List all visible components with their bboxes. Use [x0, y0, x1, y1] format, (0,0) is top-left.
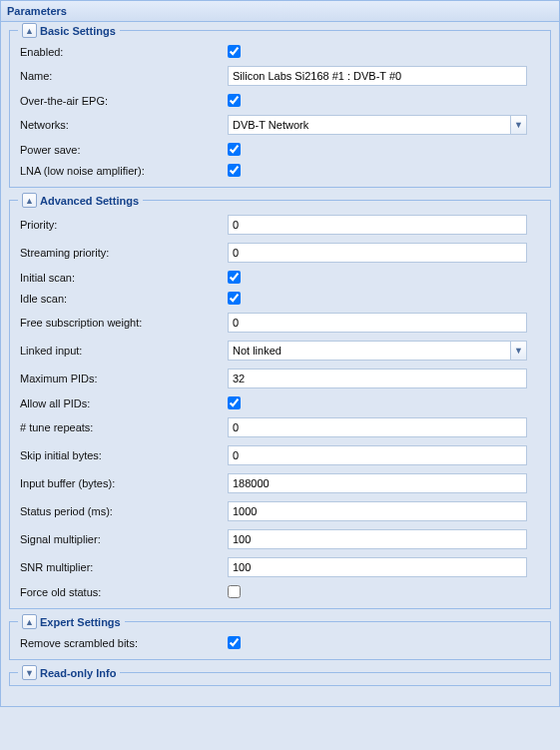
row-networks: Networks: ▼	[20, 111, 540, 139]
label-skipbytes: Skip initial bytes:	[20, 449, 228, 461]
networks-input[interactable]	[228, 115, 510, 135]
row-enabled: Enabled:	[20, 41, 540, 62]
statusper-input[interactable]	[228, 501, 527, 521]
row-epg: Over-the-air EPG:	[20, 90, 540, 111]
label-maxpids: Maximum PIDs:	[20, 373, 228, 384]
label-snrmult: SNR multiplier:	[20, 561, 228, 573]
lna-checkbox[interactable]	[228, 164, 241, 177]
panel-title: Parameters	[1, 1, 559, 22]
readonly-info-legend: ▼ Read-only Info	[18, 665, 120, 680]
label-enabled: Enabled:	[20, 46, 228, 58]
enabled-checkbox[interactable]	[228, 45, 241, 58]
row-inputbuf: Input buffer (bytes):	[20, 469, 540, 497]
forceold-checkbox[interactable]	[228, 585, 241, 598]
networks-combo[interactable]: ▼	[228, 115, 527, 135]
row-freesub: Free subscription weight:	[20, 309, 540, 337]
name-input[interactable]	[228, 66, 527, 86]
freesub-input[interactable]	[228, 313, 527, 333]
label-networks: Networks:	[20, 119, 228, 131]
row-priority: Priority:	[20, 211, 540, 239]
advanced-settings-title: Advanced Settings	[40, 195, 139, 207]
row-sigmult: Signal multiplier:	[20, 525, 540, 553]
snrmult-input[interactable]	[228, 557, 527, 577]
linked-combo[interactable]: ▼	[228, 341, 527, 361]
idlescan-checkbox[interactable]	[228, 292, 241, 305]
streamprio-input[interactable]	[228, 243, 527, 263]
linked-input[interactable]	[228, 341, 510, 361]
label-inputbuf: Input buffer (bytes):	[20, 477, 228, 489]
row-forceold: Force old status:	[20, 581, 540, 602]
parameters-panel: Parameters ▲ Basic Settings Enabled: Nam…	[0, 0, 560, 707]
label-initscan: Initial scan:	[20, 272, 228, 284]
basic-settings-fieldset: ▲ Basic Settings Enabled: Name: Over-the…	[9, 30, 551, 188]
initscan-checkbox[interactable]	[228, 271, 241, 284]
row-allowpids: Allow all PIDs:	[20, 392, 540, 413]
label-epg: Over-the-air EPG:	[20, 95, 228, 107]
label-freesub: Free subscription weight:	[20, 317, 228, 329]
advanced-settings-legend: ▲ Advanced Settings	[18, 193, 143, 208]
chevron-down-icon[interactable]: ▼	[510, 341, 527, 361]
row-powersave: Power save:	[20, 139, 540, 160]
collapse-up-icon[interactable]: ▲	[22, 23, 37, 38]
readonly-info-title: Read-only Info	[40, 667, 116, 679]
skipbytes-input[interactable]	[228, 445, 527, 465]
row-snrmult: SNR multiplier:	[20, 553, 540, 581]
expert-settings-fieldset: ▲ Expert Settings Remove scrambled bits:	[9, 621, 551, 660]
label-statusper: Status period (ms):	[20, 505, 228, 517]
expert-settings-title: Expert Settings	[40, 616, 121, 628]
label-idlescan: Idle scan:	[20, 293, 228, 305]
epg-checkbox[interactable]	[228, 94, 241, 107]
row-removescr: Remove scrambled bits:	[20, 632, 540, 653]
sigmult-input[interactable]	[228, 529, 527, 549]
advanced-settings-fieldset: ▲ Advanced Settings Priority: Streaming …	[9, 200, 551, 609]
row-linked: Linked input: ▼	[20, 337, 540, 365]
basic-settings-legend: ▲ Basic Settings	[18, 23, 120, 38]
label-tunerep: # tune repeats:	[20, 421, 228, 433]
row-name: Name:	[20, 62, 540, 90]
row-streamprio: Streaming priority:	[20, 239, 540, 267]
row-idlescan: Idle scan:	[20, 288, 540, 309]
powersave-checkbox[interactable]	[228, 143, 241, 156]
allowpids-checkbox[interactable]	[228, 396, 241, 409]
row-initscan: Initial scan:	[20, 267, 540, 288]
row-tunerep: # tune repeats:	[20, 413, 540, 441]
label-lna: LNA (low noise amplifier):	[20, 165, 228, 177]
basic-settings-title: Basic Settings	[40, 25, 116, 37]
label-linked: Linked input:	[20, 345, 228, 357]
label-allowpids: Allow all PIDs:	[20, 397, 228, 409]
label-name: Name:	[20, 70, 228, 82]
row-statusper: Status period (ms):	[20, 497, 540, 525]
label-forceold: Force old status:	[20, 586, 228, 598]
label-powersave: Power save:	[20, 144, 228, 156]
label-priority: Priority:	[20, 219, 228, 231]
collapse-up-icon[interactable]: ▲	[22, 193, 37, 208]
expert-settings-legend: ▲ Expert Settings	[18, 614, 125, 629]
label-streamprio: Streaming priority:	[20, 247, 228, 259]
maxpids-input[interactable]	[228, 369, 527, 388]
collapse-down-icon[interactable]: ▼	[22, 665, 37, 680]
tunerep-input[interactable]	[228, 417, 527, 437]
panel-body: ▲ Basic Settings Enabled: Name: Over-the…	[1, 22, 559, 706]
row-lna: LNA (low noise amplifier):	[20, 160, 540, 181]
label-removescr: Remove scrambled bits:	[20, 637, 228, 649]
chevron-down-icon[interactable]: ▼	[510, 115, 527, 135]
row-maxpids: Maximum PIDs:	[20, 365, 540, 392]
label-sigmult: Signal multiplier:	[20, 533, 228, 545]
collapse-up-icon[interactable]: ▲	[22, 614, 37, 629]
removescr-checkbox[interactable]	[228, 636, 241, 649]
priority-input[interactable]	[228, 215, 527, 235]
row-skipbytes: Skip initial bytes:	[20, 441, 540, 469]
readonly-info-fieldset: ▼ Read-only Info	[9, 672, 551, 686]
inputbuf-input[interactable]	[228, 473, 527, 493]
